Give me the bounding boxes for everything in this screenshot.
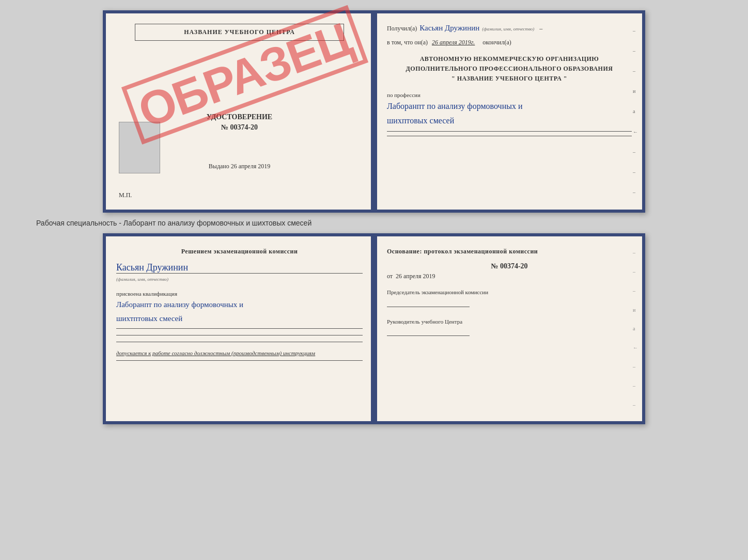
- bottom-left-page: Решением экзаменационной комиссии Касьян…: [106, 236, 374, 421]
- fio-sub: (фамилия, имя, отчество): [482, 26, 534, 31]
- predsedatel-label: Председатель экзаменационной комиссии: [387, 288, 632, 297]
- certificate-book-bottom: Решением экзаменационной комиссии Касьян…: [103, 233, 645, 424]
- book-spine-bottom: [371, 236, 377, 421]
- cert-title-box: НАЗВАНИЕ УЧЕБНОГО ЦЕНТРА: [135, 24, 344, 41]
- dopuskaetsya-text: работе согласно должностным (производств…: [152, 350, 315, 356]
- kvali-line1: Лаборанпт по анализу формовочных и: [116, 299, 363, 311]
- rukovoditel-label: Руководитель учебного Центра: [387, 317, 632, 326]
- bottom-right-page: Основание: протокол экзаменационной коми…: [374, 236, 642, 421]
- osnov-title: Основание: протокол экзаменационной коми…: [387, 247, 632, 256]
- org-line2: ДОПОЛНИТЕЛЬНОГО ПРОФЕССИОНАЛЬНОГО ОБРАЗО…: [387, 64, 632, 74]
- kvali-underline3: [116, 342, 363, 342]
- org-line1: АВТОНОМНУЮ НЕКОММЕРЧЕСКУЮ ОРГАНИЗАЦИЮ: [387, 54, 632, 64]
- kvali-block: присвоена квалификация Лаборанпт по анал…: [116, 291, 363, 342]
- po-professii-block: по профессии Лаборанпт по анализу формов…: [387, 92, 632, 136]
- org-block: АВТОНОМНУЮ НЕКОММЕРЧЕСКУЮ ОРГАНИЗАЦИЮ ДО…: [387, 54, 632, 84]
- bottom-fio-block: Касьян Дружинин (фамилия, имя, отчество): [116, 262, 363, 283]
- specialty-label: Рабочая специальность - Лаборант по анал…: [36, 219, 311, 227]
- bottom-right-content: Основание: протокол экзаменационной коми…: [387, 247, 632, 336]
- ot-label: от: [387, 273, 393, 280]
- book-spine-top: [371, 13, 377, 210]
- vtomchto-line: в том, что он(а) 26 апреля 2019г. окончи…: [387, 39, 632, 46]
- cert-photo-area: [119, 122, 160, 173]
- profession-underline: [387, 131, 632, 132]
- fio-underline: [116, 273, 363, 274]
- protocol-date-val: 26 апреля 2019: [396, 273, 435, 280]
- protocol-number: № 00374-20: [387, 262, 632, 270]
- right-deco-bottom: – – – и а ← – – –: [633, 236, 638, 421]
- poluchil-line: Получил(а) Касьян Дружинин (фамилия, имя…: [387, 24, 632, 33]
- fio-handwritten: Касьян Дружинин: [419, 24, 479, 33]
- kvali-underline1: [116, 328, 363, 329]
- dopuskaetsya-block: допускается к работе согласно должностны…: [116, 350, 363, 361]
- cert-right-page: Получил(а) Касьян Дружинин (фамилия, имя…: [374, 13, 642, 210]
- certificate-book-top: НАЗВАНИЕ УЧЕБНОГО ЦЕНТРА ОБРАЗЕЦ УДОСТОВ…: [103, 10, 645, 213]
- kvali-underline2: [116, 335, 363, 335]
- bottom-fio: Касьян Дружинин: [116, 262, 363, 273]
- reshenie-title: Решением экзаменационной комиссии: [116, 247, 363, 256]
- dopuskaetsya-underline: [116, 360, 363, 361]
- okonchil-label: окончил(а): [482, 39, 511, 46]
- profession-line1: Лаборанпт по анализу формовочных и: [387, 100, 632, 113]
- dopuskaetsya-inner: работе согласно должностным (производств…: [152, 350, 315, 356]
- cert-vydano-text: Выдано 26 апреля 2019: [209, 163, 270, 170]
- fio-sub-label: (фамилия, имя, отчество): [116, 277, 168, 282]
- rukovoditel-block: Руководитель учебного Центра: [387, 317, 632, 337]
- profession-line2: шихптовых смесей: [387, 115, 632, 127]
- predsedatel-sig-line: [387, 299, 470, 307]
- cert-udost-label: УДОСТОВЕРЕНИЕ: [116, 113, 363, 121]
- cert-title-text: НАЗВАНИЕ УЧЕБНОГО ЦЕНТРА: [184, 28, 295, 36]
- cert-mp: М.П.: [119, 191, 132, 199]
- org-line3: " НАЗВАНИЕ УЧЕБНОГО ЦЕНТРА ": [387, 74, 632, 84]
- poluchil-label: Получил(а): [387, 25, 417, 33]
- right-deco-top: – – – и а ← – – –: [633, 13, 638, 210]
- dopuskaetsya-label: допускается к: [116, 350, 151, 356]
- vtomchto-label: в том, что он(а): [387, 39, 428, 46]
- po-professii-label: по профессии: [387, 92, 632, 98]
- vtomchto-date: 26 апреля 2019г.: [432, 39, 475, 46]
- profession-underline2: [387, 136, 632, 136]
- dash-poluchil: –: [539, 25, 542, 33]
- kvali-line2: шихтптовых смесей: [116, 313, 363, 325]
- prisvoena-label: присвоена квалификация: [116, 291, 363, 297]
- document-container: НАЗВАНИЕ УЧЕБНОГО ЦЕНТРА ОБРАЗЕЦ УДОСТОВ…: [10, 10, 738, 424]
- predsedatel-block: Председатель экзаменационной комиссии: [387, 288, 632, 307]
- cert-left-page: НАЗВАНИЕ УЧЕБНОГО ЦЕНТРА ОБРАЗЕЦ УДОСТОВ…: [106, 13, 374, 210]
- obrazec-overlay: ОБРАЗЕЦ: [116, 44, 363, 105]
- protocol-date: от 26 апреля 2019: [387, 273, 632, 280]
- rukovoditel-sig-line: [387, 328, 470, 336]
